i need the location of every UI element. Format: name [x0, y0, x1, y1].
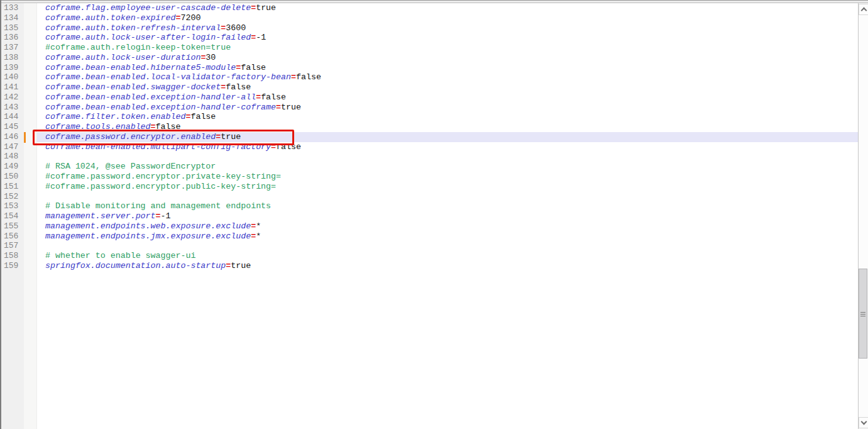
line-number[interactable]: 140: [1, 72, 24, 82]
code-line-147[interactable]: coframe.bean-enabled.multipart-config-fa…: [37, 142, 858, 152]
line-number[interactable]: 155: [1, 221, 24, 231]
scroll-up-button[interactable]: [859, 4, 868, 15]
property-value: true: [231, 261, 251, 270]
line-number[interactable]: 138: [1, 53, 24, 63]
equals-sign: =: [276, 103, 281, 112]
property-value: true: [281, 103, 301, 112]
line-number[interactable]: 153: [1, 201, 24, 211]
code-line-152[interactable]: [37, 192, 858, 202]
line-number[interactable]: 143: [1, 103, 24, 113]
editor-main: 1331341351361371381391401411421431441451…: [1, 3, 868, 429]
code-line-146[interactable]: coframe.password.encryptor.enabled=true: [37, 132, 858, 142]
equals-sign: =: [271, 142, 276, 152]
line-number[interactable]: 134: [1, 13, 24, 23]
code-line-144[interactable]: coframe.filter.token.enabled=false: [37, 112, 858, 122]
line-number[interactable]: 148: [1, 152, 24, 162]
code-line-135[interactable]: coframe.auth.token-refresh-interval=3600: [37, 23, 858, 33]
line-number[interactable]: 136: [1, 33, 24, 43]
line-number[interactable]: 144: [1, 112, 24, 122]
line-number[interactable]: 145: [1, 122, 24, 132]
line-number[interactable]: 137: [1, 43, 24, 53]
line-number[interactable]: 159: [1, 261, 24, 271]
property-value: false: [276, 142, 301, 152]
equals-sign: =: [251, 221, 256, 231]
code-line-136[interactable]: coframe.auth.lock-user-after-login-faile…: [37, 33, 858, 43]
comment-text: #coframe.auth.relogin-keep-token=true: [45, 43, 231, 52]
property-value: false: [261, 92, 286, 102]
comment-text: #coframe.password.encryptor.private-key-…: [45, 172, 281, 181]
line-number[interactable]: 152: [1, 192, 24, 202]
property-value: *: [256, 231, 261, 241]
property-key: coframe.bean-enabled.local-validator-fac…: [45, 72, 291, 82]
property-key: coframe.auth.lock-user-duration: [45, 53, 201, 62]
equals-sign: =: [251, 231, 256, 241]
property-key: coframe.password.encryptor.enabled: [45, 132, 216, 142]
property-key: coframe.bean-enabled.exception-handler-a…: [45, 92, 256, 102]
code-line-157[interactable]: [37, 241, 858, 251]
change-marker[interactable]: [24, 132, 26, 143]
line-number[interactable]: 151: [1, 182, 24, 192]
equals-sign: =: [236, 63, 241, 72]
code-line-149[interactable]: # RSA 1024, @see PasswordEncryptor: [37, 162, 858, 172]
property-value: true: [221, 132, 241, 142]
line-number[interactable]: 133: [1, 3, 24, 13]
property-key: management.endpoints.web.exposure.exclud…: [45, 221, 251, 231]
vertical-scrollbar[interactable]: [858, 3, 868, 429]
line-number[interactable]: 156: [1, 231, 24, 242]
property-value: false: [226, 82, 251, 92]
line-number[interactable]: 139: [1, 63, 24, 73]
line-number[interactable]: 157: [1, 241, 24, 251]
line-number[interactable]: 149: [1, 162, 24, 172]
property-key: coframe.auth.token-refresh-interval: [45, 23, 221, 33]
scrollbar-thumb[interactable]: [859, 269, 867, 359]
line-number[interactable]: 141: [1, 82, 24, 92]
code-line-145[interactable]: coframe.tools.enabled=false: [37, 122, 858, 132]
property-value: *: [256, 221, 261, 231]
code-area[interactable]: coframe.flag.employee-user-cascade-delet…: [37, 3, 858, 429]
line-number[interactable]: 135: [1, 23, 24, 33]
property-value: false: [156, 122, 181, 131]
line-number[interactable]: 154: [1, 211, 24, 221]
code-line-153[interactable]: # Disable monitoring and management endp…: [37, 201, 858, 211]
property-key: coframe.auth.token-expired: [45, 13, 175, 23]
comment-text: # whether to enable swagger-ui: [45, 251, 195, 260]
comment-text: #coframe.password.encryptor.public-key-s…: [45, 182, 276, 191]
code-line-148[interactable]: [37, 152, 858, 162]
property-key: coframe.bean-enabled.multipart-config-fa…: [45, 142, 271, 152]
property-key: coframe.filter.token.enabled: [45, 112, 185, 121]
code-line-159[interactable]: springfox.documentation.auto-startup=tru…: [37, 261, 858, 271]
thumb-grip-icon: [860, 314, 865, 315]
code-line-155[interactable]: management.endpoints.web.exposure.exclud…: [37, 221, 858, 231]
line-number[interactable]: 158: [1, 251, 24, 261]
code-line-140[interactable]: coframe.bean-enabled.local-validator-fac…: [37, 72, 858, 82]
property-key: management.endpoints.jmx.exposure.exclud…: [45, 231, 251, 241]
property-value: 7200: [180, 13, 201, 23]
code-line-139[interactable]: coframe.bean-enabled.hibernate5-module=f…: [37, 63, 858, 73]
code-line-137[interactable]: #coframe.auth.relogin-keep-token=true: [37, 43, 858, 53]
code-line-156[interactable]: management.endpoints.jmx.exposure.exclud…: [37, 231, 858, 242]
line-number[interactable]: 147: [1, 142, 24, 152]
code-line-158[interactable]: # whether to enable swagger-ui: [37, 251, 858, 261]
code-line-141[interactable]: coframe.bean-enabled.swagger-docket=fals…: [37, 82, 858, 92]
equals-sign: =: [291, 72, 296, 82]
property-value: 3600: [226, 23, 246, 33]
code-line-143[interactable]: coframe.bean-enabled.exception-handler-c…: [37, 103, 858, 113]
code-line-134[interactable]: coframe.auth.token-expired=7200: [37, 13, 858, 23]
line-number[interactable]: 142: [1, 92, 24, 103]
chevron-down-icon: [860, 419, 867, 425]
scroll-down-button[interactable]: [859, 417, 868, 428]
code-line-138[interactable]: coframe.auth.lock-user-duration=30: [37, 53, 858, 63]
code-line-133[interactable]: coframe.flag.employee-user-cascade-delet…: [37, 3, 858, 13]
code-line-154[interactable]: management.server.port=-1: [37, 211, 858, 221]
line-number-gutter: 1331341351361371381391401411421431441451…: [1, 3, 24, 429]
code-line-142[interactable]: coframe.bean-enabled.exception-handler-a…: [37, 92, 858, 103]
comment-text: # Disable monitoring and management endp…: [45, 201, 271, 211]
line-number[interactable]: 150: [1, 172, 24, 182]
chevron-up-icon: [860, 8, 867, 14]
property-key: coframe.auth.lock-user-after-login-faile…: [45, 33, 251, 42]
code-line-151[interactable]: #coframe.password.encryptor.public-key-s…: [37, 182, 858, 192]
line-number[interactable]: 146: [1, 132, 24, 142]
code-line-150[interactable]: #coframe.password.encryptor.private-key-…: [37, 172, 858, 182]
equals-sign: =: [256, 92, 261, 102]
property-value: -1: [256, 33, 266, 42]
